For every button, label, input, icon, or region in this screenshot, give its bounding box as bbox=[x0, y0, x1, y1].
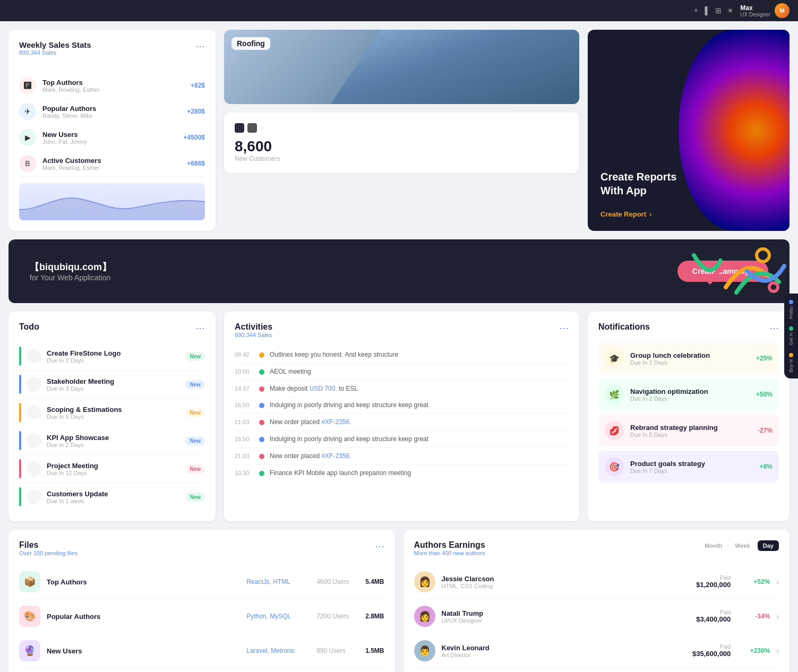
stat-popular-authors: ✈ Popular Authors Randy, Steve, Mike +28… bbox=[19, 99, 205, 125]
activity-dot bbox=[259, 369, 264, 375]
activities-menu[interactable]: ⋯ bbox=[559, 322, 569, 334]
activity-dot bbox=[259, 454, 264, 459]
campaign-text: 【biqubiqu.com】 for Your Web Application bbox=[30, 261, 111, 282]
weekly-sales-subtitle: 890,344 Sales bbox=[19, 49, 91, 56]
active-customers-icon: B bbox=[19, 155, 36, 172]
files-menu[interactable]: ⋯ bbox=[375, 540, 384, 552]
authors-earnings-card: Authors Earnings More than 400 new autho… bbox=[404, 530, 790, 672]
top-authors-sub: Mark, Rowling, Esther bbox=[42, 87, 191, 93]
notifications-card: Notifications ⋯ 🎓 Group lunch celebratio… bbox=[588, 312, 790, 521]
todo-item: Project Meeting Due In 12 Days New bbox=[19, 455, 205, 483]
activity-link[interactable]: USD 700. bbox=[310, 385, 337, 392]
activities-card: Activities 890,344 Sales ⋯ 08:42 Outline… bbox=[224, 312, 579, 521]
todo-badge: New bbox=[185, 408, 205, 417]
notif-icon: 💋 bbox=[605, 421, 624, 440]
file-item: 📦 Top Authors ReactJs, HTML 4600 Users 5… bbox=[19, 565, 384, 599]
main-content: Weekly Sales Stats 890,344 Sales ⋯ 🅿 Top… bbox=[0, 21, 798, 672]
time-btn-month[interactable]: Month bbox=[699, 540, 727, 551]
author-arrow-icon[interactable]: › bbox=[776, 578, 779, 586]
file-icon: 📦 bbox=[19, 571, 40, 592]
weekly-sales-menu[interactable]: ⋯ bbox=[195, 40, 205, 52]
file-icon: 🎨 bbox=[19, 606, 40, 627]
author-arrow-icon[interactable]: › bbox=[776, 612, 779, 621]
activity-dot bbox=[259, 471, 264, 476]
todo-badge: New bbox=[185, 493, 205, 502]
new-users-name: New Users bbox=[42, 131, 184, 139]
author-avatar: 👩 bbox=[414, 571, 435, 592]
create-reports-title: Create Reports With App bbox=[600, 170, 777, 197]
author-change: +230% bbox=[743, 647, 770, 654]
todo-item: Stakeholder Meeting Due In 3 Days New bbox=[19, 371, 205, 399]
side-panel-buyn[interactable]: Buy N bbox=[788, 353, 794, 373]
weekly-sales-card: Weekly Sales Stats 890,344 Sales ⋯ 🅿 Top… bbox=[8, 30, 216, 231]
top-authors-name: Top Authors bbox=[42, 79, 191, 87]
side-panel-dot bbox=[789, 326, 793, 331]
time-btn-day[interactable]: Day bbox=[758, 540, 779, 551]
brightness-icon[interactable]: ☀ bbox=[727, 6, 734, 15]
todo-circle bbox=[27, 349, 41, 364]
weekly-sales-title: Weekly Sales Stats bbox=[19, 40, 91, 49]
todo-bar bbox=[19, 347, 21, 366]
roofing-section: Roofing 8,600 New Customers bbox=[224, 30, 579, 231]
activity-link[interactable]: #XF-2356. bbox=[321, 418, 351, 426]
popular-authors-icon: ✈ bbox=[19, 103, 36, 120]
todo-badge: New bbox=[185, 464, 205, 473]
author-change: -34% bbox=[743, 613, 770, 620]
files-title: Files bbox=[19, 540, 78, 550]
todo-menu[interactable]: ⋯ bbox=[195, 322, 205, 334]
file-item: 🎨 Popular Authors Python, MySQL 7200 Use… bbox=[19, 599, 384, 634]
todo-circle bbox=[27, 405, 41, 420]
signal-icon[interactable]: ▌ bbox=[705, 6, 710, 15]
files-subtitle: Over 100 pending files bbox=[19, 550, 78, 556]
popular-authors-sub: Randy, Steve, Mike bbox=[42, 113, 187, 119]
activity-link[interactable]: #XF-2356. bbox=[321, 452, 351, 460]
activity-dot bbox=[259, 352, 264, 358]
notif-icon: 🎯 bbox=[605, 457, 624, 476]
active-customers-name: Active Customers bbox=[42, 157, 187, 165]
author-avatar: 👨 bbox=[414, 640, 435, 661]
activity-item: 10:30 Finance KPI Mobile app launch prep… bbox=[235, 465, 569, 481]
author-item: 👨 Brad Simmons Successful Fellas Paid $2… bbox=[414, 668, 779, 672]
campaign-decoration bbox=[604, 239, 790, 303]
todo-badge: New bbox=[185, 380, 205, 389]
time-btn-week[interactable]: Week bbox=[730, 540, 756, 551]
customers-squares bbox=[235, 123, 569, 133]
todo-circle bbox=[27, 377, 41, 392]
create-reports-card: Create Reports With App Create Report › bbox=[588, 30, 790, 231]
roofing-label: Roofing bbox=[231, 37, 270, 50]
time-filter: Month Week Day bbox=[699, 540, 779, 551]
campaign-tagline: 【biqubiqu.com】 bbox=[30, 261, 111, 273]
author-arrow-icon[interactable]: › bbox=[776, 647, 779, 655]
customers-count: 8,600 bbox=[235, 138, 569, 155]
activity-dot bbox=[259, 403, 264, 408]
row1: Weekly Sales Stats 890,344 Sales ⋯ 🅿 Top… bbox=[8, 30, 790, 231]
todo-card: Todo ⋯ Create FireStone Logo Due In 2 Da… bbox=[8, 312, 216, 521]
notification-item: 🌿 Navigation optimization Due In 2 Days … bbox=[598, 378, 779, 410]
todo-badge: New bbox=[185, 436, 205, 445]
notification-item: 🎓 Group lunch celebration Due In 2 Days … bbox=[598, 342, 779, 374]
notifications-menu[interactable]: ⋯ bbox=[769, 322, 779, 334]
building-decoration bbox=[331, 30, 579, 104]
grid-icon[interactable]: ⊞ bbox=[715, 6, 722, 15]
activity-item: 21:03 New order placed #XF-2356. bbox=[235, 414, 569, 431]
author-avatar: 👩 bbox=[414, 606, 435, 627]
activity-dot bbox=[259, 420, 264, 425]
side-panel: Prebu Get H Buy N bbox=[784, 294, 798, 378]
side-panel-prebu[interactable]: Prebu bbox=[788, 300, 794, 319]
todo-circle bbox=[27, 461, 41, 476]
todo-bar bbox=[19, 459, 21, 478]
search-icon[interactable]: ⚬ bbox=[693, 6, 699, 15]
top-nav: ⚬ ▌ ⊞ ☀ Max UX Designer M bbox=[0, 0, 798, 21]
notifications-title: Notifications bbox=[598, 322, 650, 332]
activity-item: 21:03 New order placed #XF-2356. bbox=[235, 448, 569, 465]
side-panel-dot bbox=[789, 353, 793, 357]
todo-bar bbox=[19, 431, 21, 450]
create-report-link[interactable]: Create Report › bbox=[600, 210, 651, 218]
active-customers-sub: Mark, Rowling, Esther bbox=[42, 165, 187, 171]
side-panel-geth[interactable]: Get H bbox=[788, 326, 794, 346]
activity-item: 10:00 AEOL meeting bbox=[235, 364, 569, 381]
top-authors-icon: 🅿 bbox=[19, 77, 36, 94]
notif-icon: 🎓 bbox=[605, 349, 624, 368]
user-info: Max UX Designer M bbox=[740, 3, 790, 18]
authors-earnings-subtitle: More than 400 new authors bbox=[414, 550, 485, 556]
